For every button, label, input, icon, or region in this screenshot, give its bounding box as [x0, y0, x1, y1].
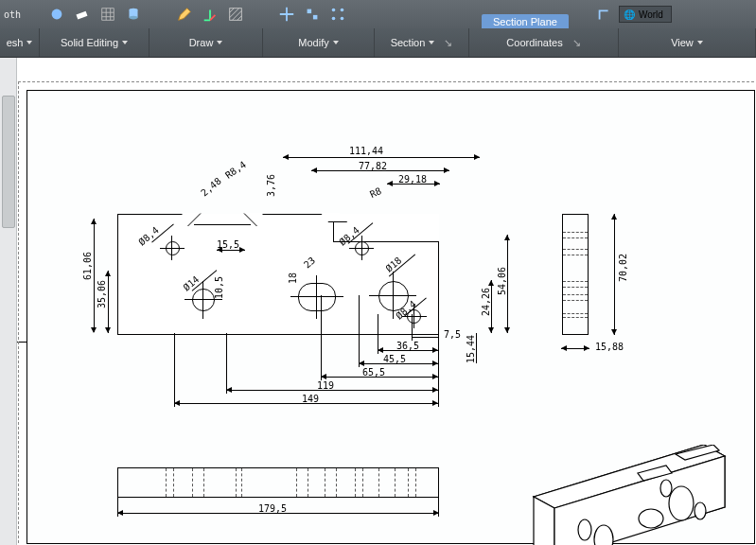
vertical-scrollbar[interactable] [0, 58, 17, 545]
dim-54-06: 54,06 [497, 267, 507, 295]
svg-point-14 [639, 509, 663, 528]
smooth-icon[interactable] [45, 3, 68, 26]
coordinate-system-value: World [639, 9, 663, 20]
part-isometric-view [524, 445, 747, 545]
ucs-edit-icon[interactable] [593, 3, 616, 26]
globe-icon: 🌐 [624, 9, 635, 20]
panel-label-fragment-oth: oth [4, 9, 21, 20]
panel-section[interactable]: Section↘ [375, 28, 469, 57]
panel-mesh[interactable]: esh [0, 28, 40, 57]
dim-61-06: 61,06 [82, 252, 93, 280]
dim-24-26: 24,26 [481, 288, 491, 316]
svg-point-17 [660, 480, 672, 497]
svg-rect-6 [308, 9, 312, 14]
svg-point-15 [669, 486, 694, 520]
dim-15-5: 15,5 [217, 239, 239, 250]
dim-179-5: 179,5 [258, 503, 287, 514]
dim-149: 149 [302, 394, 319, 404]
dim-r8-4: R8,4 [223, 159, 248, 181]
array-icon[interactable] [326, 3, 349, 26]
svg-point-8 [332, 9, 336, 12]
align-icon[interactable] [301, 3, 324, 26]
svg-point-11 [341, 17, 344, 21]
hole-14 [192, 289, 215, 311]
dim-36-5: 36,5 [396, 341, 419, 351]
part-top-view [117, 467, 439, 498]
axis-icon[interactable] [199, 3, 221, 26]
drawing-sheet: 111,44 77,82 29,18 3,76 2,48 R8,4 R8 Ø8,… [26, 90, 755, 544]
dim-45-5: 45,5 [383, 354, 406, 364]
pencil-icon[interactable] [173, 3, 196, 26]
panel-modify-label: Modify [298, 37, 328, 48]
part-side-view [562, 214, 589, 335]
panel-draw-label: Draw [189, 37, 214, 48]
dim-111-44: 111,44 [349, 146, 383, 156]
hatch-icon[interactable] [224, 3, 247, 26]
panel-view-label: View [671, 37, 694, 48]
svg-point-9 [341, 9, 344, 12]
dim-2-48: 2,48 [199, 176, 223, 199]
grid-icon[interactable] [97, 3, 119, 26]
ribbon: oth [0, 0, 756, 58]
eraser-icon[interactable] [71, 3, 94, 26]
svg-rect-1 [76, 11, 87, 20]
panel-solid-editing-label: Solid Editing [61, 37, 118, 48]
panel-coordinates[interactable]: Coordinates↘ [469, 28, 619, 57]
dim-10-5: 10,5 [214, 276, 224, 299]
dim-35-06: 35,06 [97, 280, 107, 308]
panel-draw[interactable]: Draw [149, 28, 263, 57]
cylinder-icon[interactable] [122, 3, 145, 26]
dim-70-02: 70,02 [618, 254, 628, 282]
scrollbar-thumb[interactable] [2, 96, 15, 228]
svg-point-0 [52, 9, 62, 20]
move-icon[interactable] [275, 3, 298, 26]
panel-view[interactable]: View [619, 28, 756, 57]
ribbon-panel-labels: esh Solid Editing Draw Modify Section↘ C… [0, 28, 756, 57]
drawing-canvas[interactable]: 111,44 77,82 29,18 3,76 2,48 R8,4 R8 Ø8,… [17, 58, 756, 545]
dim-7-5: 7,5 [444, 329, 461, 340]
dim-15-88: 15,88 [595, 342, 624, 352]
section-plane-tab[interactable]: Section Plane [482, 14, 569, 28]
dim-119: 119 [317, 380, 334, 391]
panel-mesh-label: esh [7, 37, 24, 48]
coordinate-system-dropdown[interactable]: 🌐 World [619, 6, 672, 23]
svg-point-10 [332, 17, 336, 21]
slot [298, 283, 336, 311]
svg-rect-5 [230, 9, 242, 21]
dim-3-76: 3,76 [266, 174, 276, 197]
panel-coordinates-label: Coordinates [506, 37, 562, 48]
dim-18: 18 [288, 272, 298, 284]
panel-solid-editing[interactable]: Solid Editing [40, 28, 149, 57]
dim-15-44: 15,44 [466, 335, 476, 363]
svg-point-12 [578, 519, 591, 540]
workspace: 111,44 77,82 29,18 3,76 2,48 R8,4 R8 Ø8,… [0, 58, 756, 545]
dim-65-5: 65,5 [362, 367, 385, 378]
panel-section-label: Section [391, 37, 426, 48]
svg-point-4 [130, 16, 138, 20]
dim-77-82: 77,82 [359, 161, 387, 171]
dim-r8: R8 [368, 185, 383, 200]
svg-point-16 [694, 502, 706, 519]
svg-rect-7 [313, 15, 318, 20]
panel-modify[interactable]: Modify [263, 28, 375, 57]
dim-29-18: 29,18 [398, 174, 427, 185]
ribbon-icon-row: oth [0, 0, 756, 28]
